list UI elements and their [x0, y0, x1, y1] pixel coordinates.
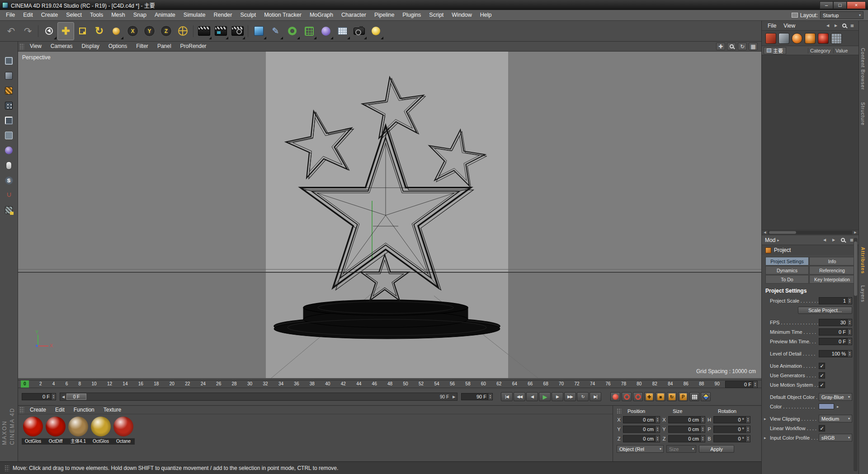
material-preset-icon[interactable]	[765, 33, 776, 44]
timeline-frame-label[interactable]: 26	[216, 380, 221, 388]
render-view-button[interactable]	[196, 22, 212, 40]
material-sphere-icon[interactable]	[113, 417, 133, 436]
axis-mode-button[interactable]	[2, 144, 16, 157]
timeline-frame-label[interactable]: 70	[559, 380, 564, 388]
expander-icon[interactable]: ▸	[764, 417, 766, 421]
level-of-detail-field[interactable]: 100 % ▲▼	[819, 350, 852, 357]
render-settings-button[interactable]	[229, 22, 246, 40]
goto-end-button[interactable]: ▶|	[590, 392, 601, 401]
lock-y-button[interactable]: Y	[141, 22, 158, 40]
render-picture-viewer-button[interactable]	[212, 22, 229, 40]
search-icon[interactable]	[840, 23, 848, 29]
timeline-frame-label[interactable]: 56	[450, 380, 455, 388]
stepper-icon[interactable]: ▲▼	[753, 381, 757, 388]
menu-item[interactable]: Snap	[129, 10, 151, 20]
zoom-view-icon[interactable]	[727, 43, 736, 50]
menu-item[interactable]: Window	[448, 10, 476, 20]
timeline-frame-label[interactable]: 74	[590, 380, 595, 388]
lock-z-button[interactable]: Z	[158, 22, 175, 40]
current-frame-field[interactable]: 0 F ▲▼	[22, 393, 56, 400]
stepper-icon[interactable]: ▲▼	[847, 351, 852, 357]
tab-attributes[interactable]: Attributes	[860, 247, 866, 274]
scroll-right-icon[interactable]: ▶	[852, 231, 859, 234]
timeline-frame-label[interactable]: 46	[372, 380, 377, 388]
timeline-frame-label[interactable]: 10	[91, 380, 96, 388]
redo-button[interactable]: ↷	[19, 22, 36, 40]
timeline-frame-label[interactable]: 54	[434, 380, 439, 388]
texture-mode-button[interactable]	[2, 84, 16, 97]
value-column-header[interactable]: Value	[833, 48, 857, 53]
point-mode-button[interactable]	[2, 99, 16, 112]
polygon-mode-button[interactable]	[2, 129, 16, 142]
menu-item[interactable]: Animate	[151, 10, 179, 20]
timeline-frame-label[interactable]: 88	[699, 380, 704, 388]
minimize-button[interactable]: –	[820, 1, 833, 9]
apply-button[interactable]: Apply	[699, 445, 734, 453]
keyframe-selection-button[interactable]	[633, 392, 643, 401]
menu-item[interactable]: Mesh	[107, 10, 129, 20]
workplane-lock-button[interactable]	[2, 204, 16, 217]
previous-frame-button[interactable]: ◀	[526, 392, 538, 401]
material-menu-item[interactable]: Function	[69, 407, 99, 413]
tab-project-settings[interactable]: Project Settings	[765, 257, 809, 265]
timeline-frame-label[interactable]: 16	[138, 380, 143, 388]
last-tool-button[interactable]	[108, 22, 124, 40]
timeline-frame-label[interactable]: 78	[621, 380, 626, 388]
timeline-frame-label[interactable]: 58	[465, 380, 470, 388]
scroll-left-icon[interactable]: ◀	[762, 231, 768, 234]
timeline-frame-label[interactable]: 34	[278, 380, 283, 388]
search-icon[interactable]	[839, 237, 846, 243]
toggle-views-icon[interactable]: ▦	[749, 43, 758, 50]
stepper-icon[interactable]: ▲▼	[847, 329, 852, 335]
tab-layers[interactable]: Layers	[860, 285, 866, 303]
tab-to-do[interactable]: To Do	[765, 275, 809, 284]
octane-icon[interactable]	[792, 33, 802, 44]
material-menu-item[interactable]: Edit	[51, 407, 69, 413]
add-light-button[interactable]	[368, 22, 384, 40]
tab-key-interpolation[interactable]: Key Interpolation	[809, 275, 855, 284]
timeline-frame-label[interactable]: 38	[310, 380, 315, 388]
category-column-header[interactable]: Category	[808, 48, 831, 53]
record-position-toggle[interactable]: ✚	[644, 392, 654, 401]
slider-right-arrow-icon[interactable]: ▶	[451, 395, 457, 399]
view-clipping-select[interactable]: Medium ▾	[819, 415, 852, 422]
stepper-icon[interactable]: ▲▼	[700, 417, 705, 423]
viewport-menu-item[interactable]: ProRender	[176, 42, 211, 51]
timeline-frame-label[interactable]: 30	[247, 380, 252, 388]
stepper-icon[interactable]: ▲▼	[700, 426, 705, 432]
browser-body[interactable]	[762, 55, 859, 230]
timeline-frame-label[interactable]: 14	[123, 380, 127, 388]
timeline-frame-label[interactable]: 6	[66, 380, 68, 388]
default-object-color-select[interactable]: Gray-Blue ▾	[819, 393, 852, 401]
grid-preset-icon[interactable]	[831, 33, 842, 44]
loop-button[interactable]: ↻	[577, 392, 589, 401]
timeline-frame-label[interactable]: 18	[154, 380, 159, 388]
timeline-frame-label[interactable]: 42	[341, 380, 346, 388]
model-preset-icon[interactable]	[778, 33, 789, 44]
material-sphere-icon[interactable]	[91, 417, 111, 436]
timeline-frame-label[interactable]: 52	[419, 380, 424, 388]
stepper-icon[interactable]: ▲▼	[51, 393, 56, 400]
menu-item[interactable]: Select	[62, 10, 86, 20]
expander-icon[interactable]: ▸	[764, 436, 766, 440]
history-back-icon[interactable]: ◀	[821, 237, 828, 243]
timeline-frame-label[interactable]: 0	[21, 380, 29, 388]
add-subdivision-surface-button[interactable]	[301, 22, 317, 40]
menu-item[interactable]: File	[2, 10, 19, 20]
rotate-tool-button[interactable]: ↻	[91, 22, 108, 40]
timeline-frame-label[interactable]: 64	[512, 380, 517, 388]
timeline-frame-label[interactable]: 36	[294, 380, 299, 388]
keyframe-presets-button[interactable]	[701, 392, 711, 401]
stepper-icon[interactable]: ▲▼	[745, 417, 750, 423]
goto-start-button[interactable]: |◀	[501, 392, 513, 401]
grip-icon[interactable]	[19, 407, 24, 413]
timeline-frame-label[interactable]: 60	[481, 380, 486, 388]
material-sphere-icon[interactable]	[68, 417, 88, 436]
timeline-frame-label[interactable]: 12	[107, 380, 112, 388]
back-icon[interactable]: ◀	[824, 23, 831, 29]
shader-preset-icon[interactable]	[805, 33, 816, 44]
timeline-frame-label[interactable]: 72	[575, 380, 580, 388]
maximize-button[interactable]: □	[833, 1, 847, 9]
record-rotation-toggle[interactable]: ↻	[667, 392, 677, 401]
lock-x-button[interactable]: X	[124, 22, 141, 40]
